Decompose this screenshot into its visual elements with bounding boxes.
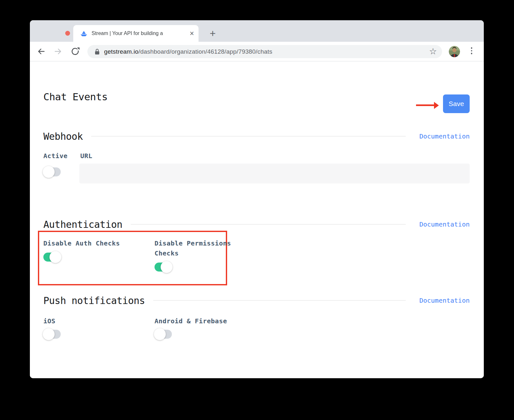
field-label-android-firebase: Android & Firebase: [155, 316, 227, 326]
toggle-knob: [161, 261, 173, 273]
section-divider: [131, 224, 406, 225]
annotation-arrow: [416, 104, 434, 106]
field-label-url: URL: [80, 151, 93, 161]
url-bar[interactable]: getstream.io/dashboard/organization/4612…: [87, 45, 442, 58]
close-tab-icon[interactable]: ×: [190, 30, 194, 37]
field-label-active: Active: [43, 151, 67, 161]
toggle-disable-auth-checks[interactable]: [43, 253, 61, 262]
tab-strip: Stream | Your API for building a × +: [30, 20, 484, 42]
desktop-background: Stream | Your API for building a × +: [0, 0, 514, 420]
back-icon[interactable]: [36, 47, 46, 56]
url-domain: getstream.io: [104, 48, 138, 55]
url-text: getstream.io/dashboard/organization/4612…: [104, 48, 272, 55]
reload-icon[interactable]: [70, 47, 80, 56]
browser-toolbar: getstream.io/dashboard/organization/4612…: [30, 42, 484, 61]
field-label-disable-auth-checks: Disable Auth Checks: [43, 238, 120, 248]
bookmark-star-icon[interactable]: ☆: [429, 47, 437, 56]
documentation-link[interactable]: Documentation: [419, 132, 470, 140]
section-divider: [91, 136, 406, 137]
section-title: Push notifications: [43, 295, 145, 306]
section-header-authentication: Authentication Documentation: [43, 218, 470, 231]
tab-title: Stream | Your API for building a: [92, 31, 188, 36]
field-label-disable-permissions-checks: Disable Permissions Checks: [155, 238, 233, 258]
section-header-push-notifications: Push notifications Documentation: [43, 294, 470, 307]
browser-window: Stream | Your API for building a × +: [30, 20, 484, 378]
webhook-url-input[interactable]: [79, 164, 470, 183]
page-content: Chat Events Save Webhook Documentation A…: [30, 61, 484, 378]
toggle-android-firebase-push[interactable]: [155, 330, 172, 339]
toggle-knob: [154, 328, 166, 340]
section-divider: [153, 300, 406, 301]
toggle-disable-permissions-checks[interactable]: [155, 263, 172, 272]
section-title: Webhook: [43, 131, 83, 142]
url-path: /dashboard/organization/46128/app/79380/…: [138, 48, 272, 55]
lock-icon[interactable]: [94, 48, 100, 55]
profile-avatar[interactable]: [449, 46, 460, 57]
new-tab-button[interactable]: +: [206, 27, 219, 40]
browser-menu-icon[interactable]: [471, 47, 473, 54]
documentation-link[interactable]: Documentation: [419, 220, 470, 228]
toggle-ios-push[interactable]: [43, 330, 61, 339]
close-window-button[interactable]: [65, 31, 70, 36]
page-title: Chat Events: [43, 91, 108, 103]
save-button[interactable]: Save: [443, 94, 470, 113]
section-title: Authentication: [43, 219, 122, 230]
stream-boat-icon: [80, 31, 87, 37]
browser-tab[interactable]: Stream | Your API for building a ×: [73, 25, 199, 42]
toggle-webhook-active[interactable]: [43, 167, 61, 176]
forward-icon[interactable]: [53, 47, 63, 56]
field-label-ios: iOS: [43, 316, 56, 326]
toggle-knob: [49, 251, 61, 263]
documentation-link[interactable]: Documentation: [419, 297, 470, 304]
section-header-webhook: Webhook Documentation: [43, 130, 470, 143]
toggle-knob: [43, 328, 55, 340]
toggle-knob: [43, 166, 55, 178]
